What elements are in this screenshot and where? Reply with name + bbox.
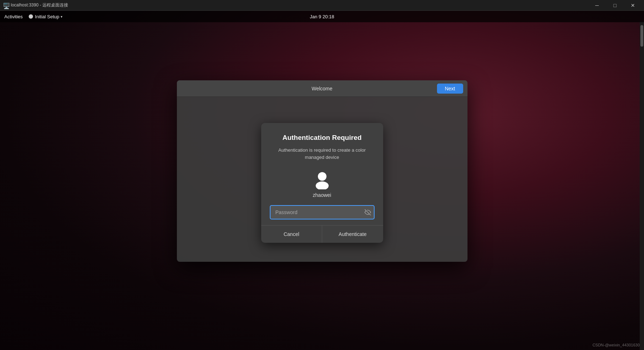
welcome-window: Welcome Next Authentication Required Aut… [177, 80, 467, 262]
app-icon [28, 14, 33, 19]
svg-point-0 [29, 14, 33, 19]
window-controls: ─ □ ✕ [589, 0, 641, 10]
svg-point-1 [318, 172, 326, 181]
maximize-button[interactable]: □ [607, 0, 623, 10]
window-chrome: 🖥️ localhost:3390 - 远程桌面连接 ─ □ ✕ [0, 0, 644, 11]
authenticate-button[interactable]: Authenticate [322, 226, 383, 243]
desktop: Activities Initial Setup ▾ Jan 9 20:18 W… [0, 11, 644, 350]
watermark: CSDN-@weixin_44301630 [592, 343, 640, 347]
window-icon: 🖥️ [3, 3, 9, 8]
auth-dialog: Authentication Required Authentication i… [261, 123, 383, 243]
next-button[interactable]: Next [437, 84, 463, 94]
toggle-password-icon[interactable] [365, 209, 371, 216]
auth-actions: Cancel Authenticate [261, 225, 383, 243]
password-input[interactable] [270, 205, 375, 219]
welcome-dialog-area: Welcome Next Authentication Required Aut… [0, 22, 644, 350]
scrollbar-thumb[interactable] [640, 25, 643, 47]
welcome-titlebar: Welcome Next [177, 80, 467, 97]
auth-title: Authentication Required [270, 134, 375, 142]
app-name: Initial Setup ▾ [28, 14, 62, 19]
app-arrow: ▾ [61, 15, 62, 19]
avatar-icon [312, 169, 332, 189]
welcome-title: Welcome [311, 86, 332, 91]
gnome-topbar: Activities Initial Setup ▾ Jan 9 20:18 [0, 11, 644, 22]
username-label: zhaowei [313, 192, 331, 198]
welcome-body: Authentication Required Authentication i… [177, 97, 467, 262]
minimize-button[interactable]: ─ [589, 0, 605, 10]
close-button[interactable]: ✕ [625, 0, 641, 10]
cancel-button[interactable]: Cancel [261, 226, 323, 243]
password-field-wrapper [270, 205, 375, 219]
activities-button[interactable]: Activities [4, 14, 23, 19]
scrollbar-track [640, 22, 644, 350]
window-title: localhost:3390 - 远程桌面连接 [11, 2, 589, 8]
gnome-clock: Jan 9 20:18 [310, 14, 334, 19]
auth-description: Authentication is required to create a c… [270, 147, 375, 161]
user-avatar [312, 169, 332, 189]
svg-point-2 [316, 181, 329, 189]
auth-user-section: zhaowei [270, 169, 375, 198]
